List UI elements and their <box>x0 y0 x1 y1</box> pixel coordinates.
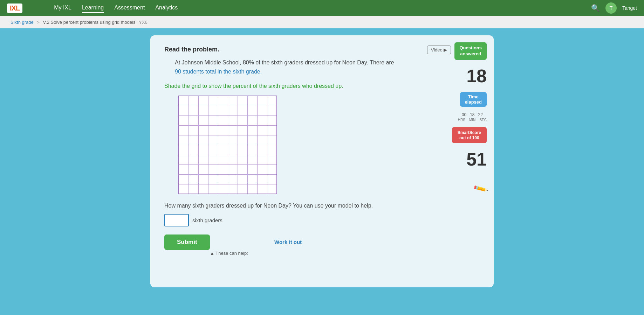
grid-cell[interactable] <box>189 135 198 145</box>
answer-input[interactable] <box>164 214 189 226</box>
grid-cell[interactable] <box>247 125 257 135</box>
grid-cell[interactable] <box>189 174 198 184</box>
grid-row[interactable] <box>179 155 277 164</box>
grid-cell[interactable] <box>198 96 208 106</box>
grid-cell[interactable] <box>247 135 257 145</box>
breadcrumb-grade[interactable]: Sixth grade <box>11 20 34 25</box>
grid-cell[interactable] <box>238 96 247 106</box>
grid-cell[interactable] <box>267 96 277 106</box>
grid-cell[interactable] <box>228 106 238 115</box>
grid-cell[interactable] <box>247 115 257 125</box>
grid-cell[interactable] <box>228 174 238 184</box>
grid-cell[interactable] <box>179 184 189 194</box>
grid-cell[interactable] <box>247 155 257 164</box>
grid-cell[interactable] <box>238 164 247 174</box>
grid-cell[interactable] <box>208 164 218 174</box>
grid-row[interactable] <box>179 164 277 174</box>
grid-cell[interactable] <box>257 174 267 184</box>
grid-cell[interactable] <box>228 96 238 106</box>
grid-cell[interactable] <box>257 125 267 135</box>
questions-answered-button[interactable]: Questions answered <box>454 42 487 60</box>
grid-row[interactable] <box>179 125 277 135</box>
grid-table[interactable] <box>178 96 277 194</box>
grid-cell[interactable] <box>247 106 257 115</box>
grid-cell[interactable] <box>247 184 257 194</box>
grid-row[interactable] <box>179 174 277 184</box>
grid-cell[interactable] <box>267 106 277 115</box>
grid-cell[interactable] <box>189 184 198 194</box>
grid-cell[interactable] <box>218 135 228 145</box>
grid-cell[interactable] <box>257 145 267 155</box>
grid-cell[interactable] <box>189 96 198 106</box>
grid-cell[interactable] <box>247 96 257 106</box>
grid-cell[interactable] <box>218 155 228 164</box>
grid-cell[interactable] <box>179 106 189 115</box>
grid-cell[interactable] <box>179 115 189 125</box>
grid-cell[interactable] <box>238 184 247 194</box>
grid-cell[interactable] <box>208 115 218 125</box>
grid-cell[interactable] <box>238 125 247 135</box>
grid-cell[interactable] <box>228 155 238 164</box>
grid-cell[interactable] <box>179 135 189 145</box>
grid-cell[interactable] <box>228 184 238 194</box>
grid-cell[interactable] <box>208 125 218 135</box>
grid-cell[interactable] <box>257 155 267 164</box>
grid-cell[interactable] <box>238 155 247 164</box>
grid-cell[interactable] <box>267 115 277 125</box>
grid-cell[interactable] <box>198 164 208 174</box>
grid-cell[interactable] <box>228 145 238 155</box>
grid-cell[interactable] <box>208 96 218 106</box>
grid-cell[interactable] <box>247 174 257 184</box>
grid-row[interactable] <box>179 135 277 145</box>
grid-cell[interactable] <box>189 155 198 164</box>
grid-cell[interactable] <box>218 115 228 125</box>
user-avatar[interactable]: T <box>605 2 617 14</box>
grid-cell[interactable] <box>189 115 198 125</box>
grid-cell[interactable] <box>179 96 189 106</box>
grid-cell[interactable] <box>179 145 189 155</box>
grid-cell[interactable] <box>189 125 198 135</box>
grid-cell[interactable] <box>228 115 238 125</box>
grid-cell[interactable] <box>198 155 208 164</box>
grid-row[interactable] <box>179 184 277 194</box>
grid-cell[interactable] <box>257 184 267 194</box>
grid-cell[interactable] <box>247 145 257 155</box>
grid-cell[interactable] <box>267 164 277 174</box>
grid-cell[interactable] <box>238 145 247 155</box>
time-elapsed-button[interactable]: Time elapsed <box>460 92 487 107</box>
grid-cell[interactable] <box>218 145 228 155</box>
grid-cell[interactable] <box>257 106 267 115</box>
search-icon[interactable]: 🔍 <box>591 4 600 12</box>
ixl-logo[interactable]: IXL <box>7 4 22 13</box>
nav-learning[interactable]: Learning <box>82 3 104 13</box>
video-button[interactable]: Video ▶ <box>427 46 451 54</box>
grid-cell[interactable] <box>257 135 267 145</box>
grid-cell[interactable] <box>218 174 228 184</box>
nav-assessment[interactable]: Assessment <box>114 3 145 13</box>
grid-cell[interactable] <box>189 106 198 115</box>
smart-score-button[interactable]: SmartScore out of 100 <box>452 127 487 143</box>
grid-cell[interactable] <box>208 106 218 115</box>
grid-cell[interactable] <box>208 135 218 145</box>
grid-cell[interactable] <box>257 115 267 125</box>
grid-cell[interactable] <box>228 135 238 145</box>
grid-row[interactable] <box>179 145 277 155</box>
grid-cell[interactable] <box>228 125 238 135</box>
grid-cell[interactable] <box>189 145 198 155</box>
grid-cell[interactable] <box>208 184 218 194</box>
grid-cell[interactable] <box>267 155 277 164</box>
grid-cell[interactable] <box>198 145 208 155</box>
grid-cell[interactable] <box>267 135 277 145</box>
grid-cell[interactable] <box>179 174 189 184</box>
grid-cell[interactable] <box>238 135 247 145</box>
grid-cell[interactable] <box>198 106 208 115</box>
grid-cell[interactable] <box>179 164 189 174</box>
grid-row[interactable] <box>179 115 277 125</box>
grid-cell[interactable] <box>198 115 208 125</box>
grid-cell[interactable] <box>198 174 208 184</box>
grid-cell[interactable] <box>189 164 198 174</box>
grid-cell[interactable] <box>218 106 228 115</box>
grid-cell[interactable] <box>218 96 228 106</box>
grid-cell[interactable] <box>267 145 277 155</box>
grid-cell[interactable] <box>257 164 267 174</box>
